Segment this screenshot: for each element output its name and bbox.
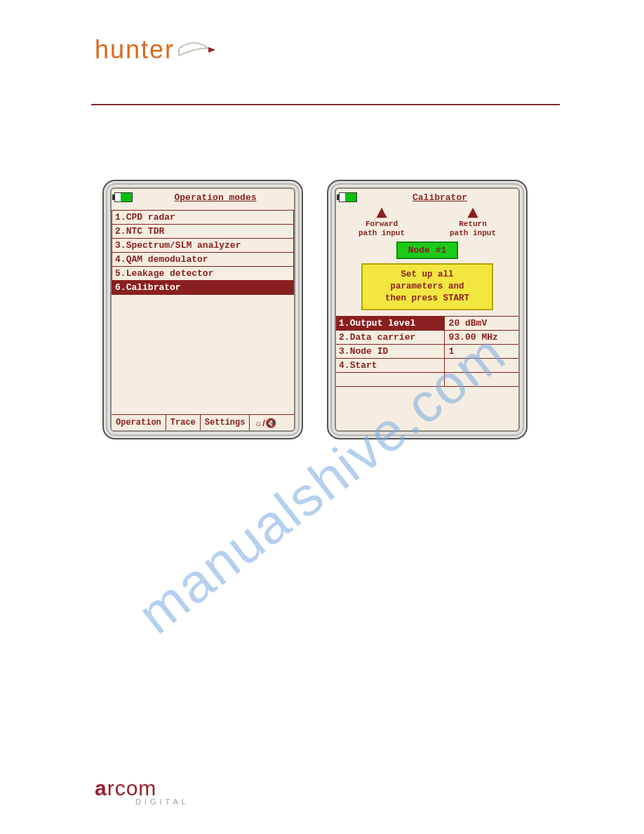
brightness-mute-icon[interactable]: ☼/🔇 xyxy=(250,415,281,430)
screen-title: Operation modes xyxy=(137,192,294,203)
header-rule xyxy=(91,104,560,105)
menu-item-qam[interactable]: 4.QAM demodulator xyxy=(112,252,294,267)
screen-title: Calibrator xyxy=(361,192,518,203)
param-start[interactable]: 4.Start xyxy=(336,359,518,373)
menu-item-calibrator[interactable]: 6.Calibrator xyxy=(112,280,294,295)
device-left: Operation modes 1.CPD radar 2.NTC TDR 3.… xyxy=(104,181,302,438)
param-empty xyxy=(336,373,518,387)
param-data-carrier[interactable]: 2.Data carrier 93.00 MHz xyxy=(336,331,518,345)
param-output-level[interactable]: 1.Output level 20 dBmV xyxy=(336,317,518,331)
footer-tabs: Operation Trace Settings ☼/🔇 xyxy=(112,414,294,430)
arrow-up-icon: ▲ xyxy=(467,207,478,220)
forward-input-label: ▲ Forward path input xyxy=(358,207,405,237)
param-table: 1.Output level 20 dBmV 2.Data carrier 93… xyxy=(336,316,518,387)
battery-icon xyxy=(339,192,357,202)
svg-marker-0 xyxy=(208,47,215,53)
tab-settings[interactable]: Settings xyxy=(201,415,250,430)
intro-paragraph: The calibrator is used to calibrate dist… xyxy=(91,125,560,158)
menu-item-spectrum[interactable]: 3.Spectrum/SLM analyzer xyxy=(112,238,294,253)
lower-body-text: The calibration procedure is described i… xyxy=(91,460,560,579)
menu-item-cpd-radar[interactable]: 1.CPD radar xyxy=(112,210,294,225)
page-number: 45 xyxy=(549,779,561,790)
instruction-box: Set up all parameters and then press STA… xyxy=(361,263,493,310)
tab-trace[interactable]: Trace xyxy=(166,415,201,430)
tab-operation[interactable]: Operation xyxy=(112,415,166,430)
battery-icon xyxy=(114,192,133,202)
arcom-logo: aarcomrcom DIGITAL xyxy=(95,779,189,806)
swoosh-icon xyxy=(177,35,217,65)
param-node-id[interactable]: 3.Node ID 1 xyxy=(336,345,518,359)
device-right: Calibrator ▲ Forward path input ▲ Return… xyxy=(328,181,526,438)
arrow-up-icon: ▲ xyxy=(376,207,387,220)
operation-modes-list: 1.CPD radar 2.NTC TDR 3.Spectrum/SLM ana… xyxy=(112,210,294,295)
menu-item-ntc-tdr[interactable]: 2.NTC TDR xyxy=(112,224,294,239)
hunter-logo: hunter xyxy=(95,35,217,65)
return-input-label: ▲ Return path input xyxy=(450,207,496,237)
node-indicator: Node #1 xyxy=(396,241,458,259)
menu-item-leakage[interactable]: 5.Leakage detector xyxy=(112,266,294,281)
